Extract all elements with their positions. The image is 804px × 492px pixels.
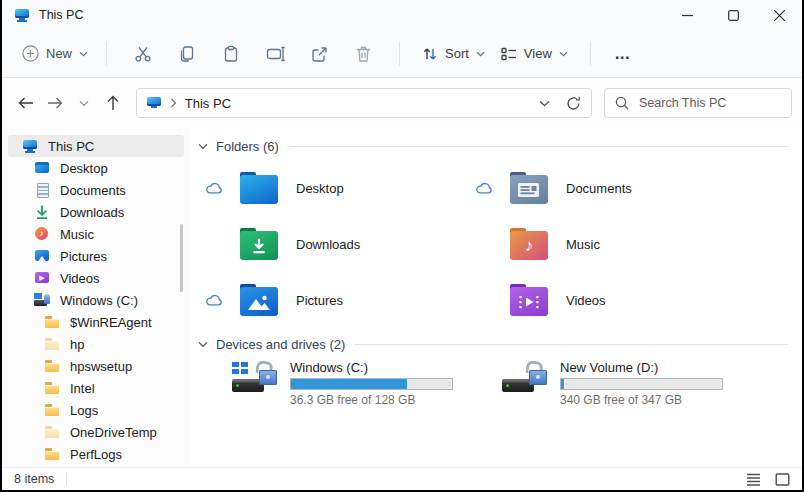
sidebar-item-pictures[interactable]: Pictures xyxy=(8,245,184,267)
details-view-icon[interactable] xyxy=(746,473,761,486)
large-icons-view-icon[interactable] xyxy=(775,473,790,486)
paste-button[interactable] xyxy=(209,37,253,71)
recent-locations-button[interactable] xyxy=(70,88,99,118)
documents-folder-icon xyxy=(510,172,548,204)
sidebar-item-intel[interactable]: Intel xyxy=(8,377,184,399)
cut-icon xyxy=(134,45,152,63)
drive-tile-windows-c[interactable]: Windows (C:) 36.3 GB free of 128 GB xyxy=(198,358,468,416)
folder-tile-pictures[interactable]: Pictures xyxy=(198,272,468,328)
folder-tile-label: Music xyxy=(566,237,600,252)
folder-tile-label: Desktop xyxy=(296,181,344,196)
folder-tile-documents[interactable]: Documents xyxy=(468,160,788,216)
capacity-bar xyxy=(560,378,723,390)
folder-tile-downloads[interactable]: Downloads xyxy=(198,216,468,272)
sidebar-item-label: Intel xyxy=(70,381,95,396)
delete-icon xyxy=(355,45,372,63)
share-icon xyxy=(310,45,329,63)
sidebar-item-desktop[interactable]: Desktop xyxy=(8,157,184,179)
collapse-chevron-icon[interactable] xyxy=(198,143,208,150)
up-icon xyxy=(106,95,120,111)
sidebar-scrollbar-thumb[interactable] xyxy=(180,224,183,292)
sidebar-item-this-pc[interactable]: This PC xyxy=(8,135,184,157)
more-options-button[interactable]: … xyxy=(605,45,641,63)
sidebar-item-videos[interactable]: ▶ Videos xyxy=(8,267,184,289)
folder-tile-music[interactable]: ♪ Music xyxy=(468,216,788,272)
delete-button[interactable] xyxy=(341,37,385,71)
navigation-pane: This PC Desktop Documents Downloads ♪ Mu… xyxy=(2,128,190,467)
sidebar-item-winreagent[interactable]: $WinREAgent xyxy=(8,311,184,333)
cloud-sync-icon xyxy=(206,182,223,194)
sidebar-item-label: Downloads xyxy=(60,205,124,220)
sidebar-item-perflogs[interactable]: PerfLogs xyxy=(8,443,184,465)
folder-tile-desktop[interactable]: Desktop xyxy=(198,160,468,216)
sort-button-label: Sort xyxy=(445,46,469,61)
chevron-down-icon xyxy=(79,100,89,107)
chevron-down-icon xyxy=(79,51,88,57)
minimize-icon xyxy=(682,10,693,21)
forward-icon xyxy=(47,96,63,110)
this-pc-icon xyxy=(14,7,30,23)
address-dropdown-icon[interactable] xyxy=(539,100,550,107)
sort-icon xyxy=(422,46,438,62)
breadcrumb-this-pc[interactable]: This PC xyxy=(185,96,231,111)
pictures-icon xyxy=(34,248,50,264)
copy-icon xyxy=(178,45,196,63)
drives-section-title: Devices and drives (2) xyxy=(216,337,345,352)
sidebar-item-documents[interactable]: Documents xyxy=(8,179,184,201)
back-icon xyxy=(18,96,34,110)
drive-c-bitlocker-icon xyxy=(232,360,278,402)
share-button[interactable] xyxy=(297,37,341,71)
collapse-chevron-icon[interactable] xyxy=(198,341,208,348)
search-box[interactable] xyxy=(604,88,792,118)
new-button[interactable]: New xyxy=(18,39,92,68)
command-bar: New xyxy=(2,30,802,78)
sort-button[interactable]: Sort xyxy=(414,40,493,68)
drives-section-header[interactable]: Devices and drives (2) xyxy=(198,334,788,354)
address-bar[interactable]: This PC xyxy=(136,88,592,118)
sidebar-item-label: Desktop xyxy=(60,161,108,176)
folder-tile-videos[interactable]: Videos xyxy=(468,272,788,328)
view-icon xyxy=(501,47,517,61)
maximize-button[interactable] xyxy=(710,0,756,30)
drive-d-bitlocker-icon xyxy=(502,360,548,402)
sidebar-item-hp[interactable]: hp xyxy=(8,333,184,355)
rename-button[interactable] xyxy=(253,37,297,71)
sidebar-item-hpswsetup[interactable]: hpswsetup xyxy=(8,355,184,377)
status-divider xyxy=(66,472,67,486)
desktop-folder-icon xyxy=(240,172,278,204)
chevron-down-icon xyxy=(559,51,568,57)
back-button[interactable] xyxy=(12,88,41,118)
folder-icon xyxy=(44,402,60,418)
new-button-label: New xyxy=(46,46,72,61)
cut-button[interactable] xyxy=(121,37,165,71)
drive-tile-new-volume-d[interactable]: New Volume (D:) 340 GB free of 347 GB xyxy=(468,358,788,416)
folders-section-header[interactable]: Folders (6) xyxy=(198,136,788,156)
sidebar-item-windows-c[interactable]: Windows (C:) xyxy=(8,289,184,311)
sidebar-item-label: $WinREAgent xyxy=(70,315,152,330)
drive-name: Windows (C:) xyxy=(290,360,453,375)
folder-tile-label: Videos xyxy=(566,293,606,308)
capacity-bar-fill xyxy=(291,379,407,389)
sidebar-item-logs[interactable]: Logs xyxy=(8,399,184,421)
drive-name: New Volume (D:) xyxy=(560,360,723,375)
this-pc-icon xyxy=(147,97,162,110)
minimize-button[interactable] xyxy=(664,0,710,30)
sidebar-item-downloads[interactable]: Downloads xyxy=(8,201,184,223)
sidebar-item-label: PerfLogs xyxy=(70,447,122,462)
sidebar-item-onedrivetemp[interactable]: OneDriveTemp xyxy=(8,421,184,443)
paste-icon xyxy=(222,45,240,63)
up-button[interactable] xyxy=(99,88,128,118)
search-input[interactable] xyxy=(637,95,781,111)
item-count: 8 items xyxy=(14,472,54,486)
drive-c-icon xyxy=(34,292,50,308)
view-button[interactable]: View xyxy=(493,40,576,67)
drive-free-space: 36.3 GB free of 128 GB xyxy=(290,393,453,407)
folder-tile-label: Downloads xyxy=(296,237,360,252)
close-button[interactable] xyxy=(756,0,802,30)
refresh-icon[interactable] xyxy=(566,96,581,111)
sidebar-item-music[interactable]: ♪ Music xyxy=(8,223,184,245)
sidebar-item-label: Videos xyxy=(60,271,100,286)
sidebar-item-label: This PC xyxy=(48,139,94,154)
copy-button[interactable] xyxy=(165,37,209,71)
forward-button[interactable] xyxy=(41,88,70,118)
